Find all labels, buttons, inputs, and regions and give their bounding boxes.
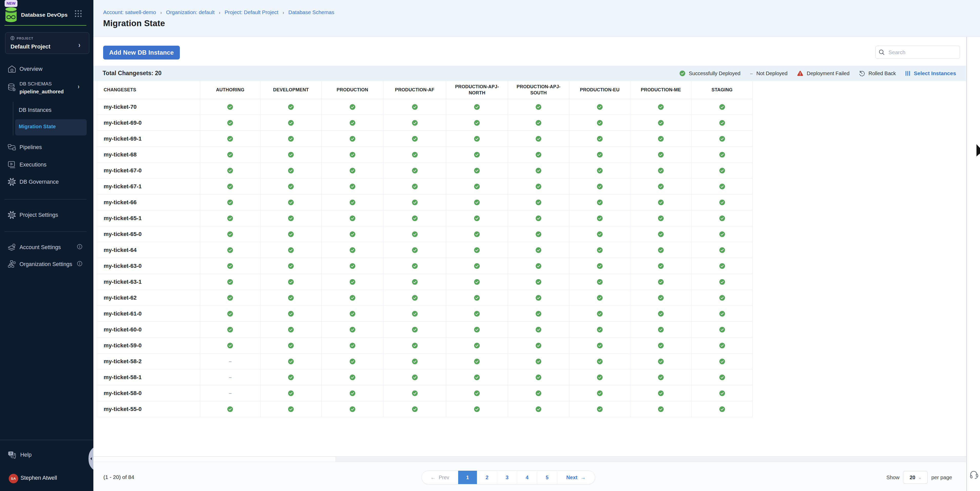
svg-text:?: ? — [10, 452, 12, 455]
